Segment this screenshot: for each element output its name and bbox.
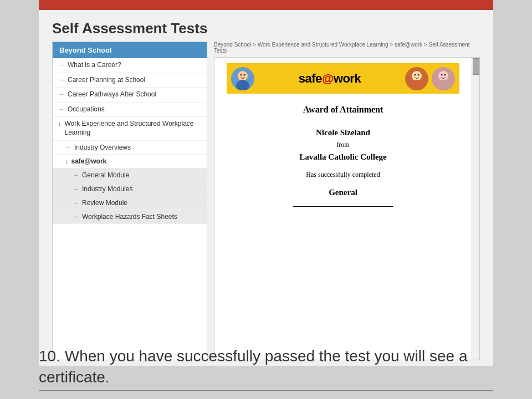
svg-point-4 bbox=[412, 71, 422, 81]
arrow-icon: → bbox=[58, 76, 64, 83]
sidebar-item-label: Workplace Hazards Fact Sheets bbox=[82, 213, 177, 221]
arrow-icon: → bbox=[58, 91, 64, 98]
arrow-icon: → bbox=[73, 172, 79, 178]
svg-point-3 bbox=[244, 74, 245, 75]
sidebar-item-label: Industry Modules bbox=[82, 185, 132, 193]
sidebar-item-label: safe@work bbox=[71, 157, 107, 165]
slide-title: Self Assessment Tests bbox=[52, 20, 480, 37]
svg-point-0 bbox=[238, 71, 248, 81]
safe-at-work-text: safe@work bbox=[299, 71, 361, 85]
arrow-icon: → bbox=[58, 106, 64, 112]
top-bar bbox=[39, 0, 493, 10]
cert-module: General bbox=[226, 188, 461, 197]
sidebar-item-label: General Module bbox=[82, 171, 129, 179]
nav-panel: Beyond School → What is a Career? → Care… bbox=[52, 42, 207, 360]
sidebar-item-label: Review Module bbox=[82, 199, 127, 207]
bottom-divider bbox=[39, 390, 493, 391]
sidebar-item-safe-at-work[interactable]: ↓ safe@work bbox=[53, 155, 207, 168]
safe-at-work-banner: safe@work bbox=[227, 63, 459, 94]
sidebar-item-industry-modules[interactable]: → Industry Modules bbox=[53, 182, 207, 196]
svg-point-8 bbox=[438, 71, 448, 81]
sidebar-item-label: Occupations bbox=[68, 105, 105, 114]
footer-instruction: 10. When you have successfully passed th… bbox=[39, 347, 468, 386]
cert-recipient-name: Nicole Sizeland bbox=[226, 128, 461, 137]
svg-point-6 bbox=[415, 74, 416, 75]
cert-signature-line bbox=[293, 206, 393, 207]
slide-content: Beyond School → What is a Career? → Care… bbox=[52, 42, 480, 360]
arrow-icon: → bbox=[65, 144, 71, 151]
svg-point-1 bbox=[236, 80, 249, 90]
sidebar-item-label: What is a Career? bbox=[68, 61, 121, 70]
svg-point-5 bbox=[410, 80, 423, 90]
avatar bbox=[405, 67, 428, 90]
cert-from: from bbox=[226, 141, 461, 149]
arrow-icon: → bbox=[73, 200, 79, 206]
sidebar-item-label: Work Experience and Structured Workplace… bbox=[65, 120, 202, 137]
scrollbar-thumb[interactable] bbox=[473, 58, 479, 75]
cert-award-title: Award of Attainment bbox=[226, 105, 461, 115]
arrow-icon: → bbox=[73, 213, 79, 220]
sidebar-item-work-experience[interactable]: ↓ Work Experience and Structured Workpla… bbox=[53, 117, 207, 140]
nav-header[interactable]: Beyond School bbox=[53, 42, 207, 58]
certificate-frame: safe@work bbox=[214, 57, 480, 360]
content-panel: Beyond School > Work Experience and Stru… bbox=[214, 42, 480, 360]
down-arrow-icon: ↓ bbox=[65, 158, 68, 165]
breadcrumb: Beyond School > Work Experience and Stru… bbox=[214, 42, 480, 54]
footer-text: 10. When you have successfully passed th… bbox=[39, 346, 493, 388]
sidebar-item-review-module[interactable]: → Review Module bbox=[53, 196, 207, 210]
sidebar-item-label: Career Pathways After School bbox=[68, 90, 156, 99]
sidebar-item-career-pathways[interactable]: → Career Pathways After School bbox=[53, 88, 207, 103]
svg-point-10 bbox=[441, 74, 443, 75]
sidebar-item-occupations[interactable]: → Occupations bbox=[53, 103, 207, 117]
avatar bbox=[231, 67, 254, 90]
svg-point-9 bbox=[437, 80, 450, 90]
svg-point-7 bbox=[418, 74, 420, 75]
cert-completed-text: Has successfully completed bbox=[226, 171, 461, 179]
sidebar-item-what-is-career[interactable]: → What is a Career? bbox=[53, 58, 207, 73]
sidebar-item-industry-overviews[interactable]: → Industry Overviews bbox=[53, 141, 207, 155]
sidebar-item-career-planning[interactable]: → Career Planning at School bbox=[53, 73, 207, 88]
certificate-inner: safe@work bbox=[214, 58, 472, 360]
certificate-body: Award of Attainment Nicole Sizeland from… bbox=[226, 105, 461, 207]
svg-point-11 bbox=[444, 74, 446, 75]
slide-container: Self Assessment Tests Beyond School → Wh… bbox=[39, 10, 493, 366]
sidebar-item-workplace-hazards[interactable]: → Workplace Hazards Fact Sheets bbox=[53, 210, 207, 224]
cert-school: Lavalla Catholic College bbox=[226, 152, 461, 162]
down-arrow-icon: ↓ bbox=[58, 120, 62, 127]
svg-point-2 bbox=[241, 74, 242, 75]
sidebar-item-general-module[interactable]: → General Module bbox=[53, 168, 207, 182]
sidebar-item-label: Career Planning at School bbox=[68, 76, 145, 85]
avatar bbox=[432, 67, 455, 90]
sidebar-item-label: Industry Overviews bbox=[74, 144, 131, 151]
arrow-icon: → bbox=[58, 62, 64, 68]
scrollbar[interactable] bbox=[472, 58, 479, 360]
arrow-icon: → bbox=[73, 186, 79, 192]
